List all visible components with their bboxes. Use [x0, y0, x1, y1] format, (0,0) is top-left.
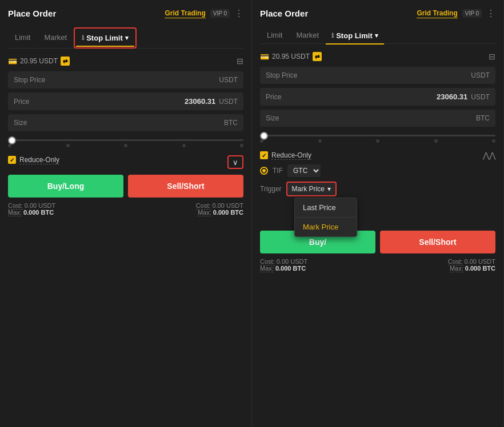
dots-icon-right[interactable]: ⋮ [486, 8, 495, 19]
reduce-only-row: ✓ Reduce-Only [8, 156, 59, 164]
tif-label: TIF [273, 167, 283, 175]
slider-dots-right [260, 139, 495, 143]
card-icon: 💳 [8, 57, 17, 66]
dropdown-arrow-icon: ▾ [125, 34, 129, 42]
trigger-select-box[interactable]: Mark Price ▾ [286, 182, 337, 196]
cost-row-right: Cost: 0.00 USDT Max: 0.000 BTC Cost: 0.0… [260, 258, 495, 272]
balance-row-right: 💳 20.95 USDT ⇄ ⊟ [260, 52, 495, 61]
max-label-sell: Max: [198, 209, 211, 216]
price-right: 23060.31 USDT [185, 97, 238, 106]
cost-value-buy-right: 0.00 USDT [277, 258, 307, 265]
tab-limit-right[interactable]: Limit [260, 27, 289, 43]
tabs-row: Limit Market ℹ Stop Limit ▾ [8, 27, 243, 49]
slider-dot-2 [124, 144, 127, 147]
tab-market-right[interactable]: Market [289, 27, 326, 43]
cost-value-buy: 0.00 USDT [25, 202, 55, 209]
max-value-buy-right: 0.000 BTC [275, 265, 306, 272]
sell-button[interactable]: Sell/Short [128, 175, 243, 198]
tabs-row-right: Limit Market ℹ Stop Limit ▾ [260, 27, 495, 44]
price-input[interactable]: Price 23060.31 USDT [8, 92, 243, 110]
tif-row: TIF GTC IOC FOK [260, 164, 495, 177]
price-value: 23060.31 [185, 97, 215, 106]
max-label-buy: Max: [8, 209, 22, 216]
slider-dots [8, 144, 243, 147]
buy-button[interactable]: Buy/Long [8, 175, 123, 198]
balance-value: 20.95 USDT [20, 57, 58, 65]
max-value-buy: 0.000 BTC [23, 209, 54, 216]
panel-header-right: Place Order Grid Trading VIP 0 ⋮ [260, 8, 495, 19]
place-order-title-right: Place Order [260, 9, 308, 18]
price-currency-right: USDT [471, 93, 490, 101]
card-icon-right: 💳 [260, 53, 269, 61]
stop-price-input[interactable]: Stop Price USDT [8, 71, 243, 88]
vip-badge-right: VIP 0 [462, 9, 482, 18]
action-buttons: Buy/Long Sell/Short [8, 175, 243, 198]
balance-value-right: 20.95 USDT [272, 53, 310, 61]
tab-stop-limit-wrapper: ℹ Stop Limit ▾ [74, 27, 137, 49]
slider-track-right [260, 135, 495, 136]
slider-dot-3 [182, 144, 186, 147]
dropdown-item-mark-price[interactable]: Mark Price [295, 217, 357, 236]
header-right: Grid Trading VIP 0 ⋮ [165, 8, 243, 19]
cost-buy-right: Cost: 0.00 USDT Max: 0.000 BTC [260, 258, 307, 272]
tab-limit[interactable]: Limit [8, 29, 37, 46]
info-icon-right: ℹ [331, 32, 334, 39]
tab-stop-limit-right[interactable]: ℹ Stop Limit ▾ [326, 27, 384, 44]
reduce-only-checkbox-right[interactable]: ✓ [260, 151, 268, 159]
price-label-right: Price [266, 93, 281, 101]
info-icon: ℹ [82, 34, 84, 42]
vip-badge: VIP 0 [210, 9, 230, 18]
sell-button-right[interactable]: Sell/Short [380, 231, 495, 253]
price-right-r: 23060.31 USDT [437, 92, 490, 101]
price-input-right[interactable]: Price 23060.31 USDT [260, 88, 495, 106]
transfer-icon[interactable]: ⇄ [61, 57, 70, 66]
collapse-up-btn[interactable]: ⋀⋀ [483, 151, 495, 160]
size-input-right[interactable]: Size BTC [260, 110, 495, 127]
cost-sell: Cost: 0.00 USDT Max: 0.000 BTC [196, 202, 243, 216]
tif-radio[interactable] [260, 167, 268, 175]
slider-thumb-right[interactable] [260, 132, 268, 140]
grid-trading-label-right[interactable]: Grid Trading [417, 9, 457, 18]
transfer-icon-right[interactable]: ⇄ [313, 52, 322, 61]
place-order-title: Place Order [8, 9, 56, 18]
calc-icon-right[interactable]: ⊟ [489, 52, 495, 61]
size-right: BTC [224, 119, 238, 127]
grid-trading-label[interactable]: Grid Trading [165, 9, 205, 18]
stop-price-right: USDT [219, 76, 238, 84]
price-value-right: 23060.31 [437, 92, 467, 101]
stop-price-input-right[interactable]: Stop Price USDT [260, 67, 495, 84]
dropdown-arrow-icon-right: ▾ [375, 32, 378, 39]
reduce-only-label-right: Reduce-Only [271, 151, 311, 160]
cost-row: Cost: 0.00 USDT Max: 0.000 BTC Cost: 0.0… [8, 202, 243, 216]
calc-icon[interactable]: ⊟ [237, 57, 243, 66]
chevron-down-icon: ∨ [233, 158, 238, 167]
dropdown-item-last-price[interactable]: Last Price [295, 198, 357, 217]
check-icon: ✓ [10, 157, 14, 163]
tab-market[interactable]: Market [37, 29, 74, 46]
reduce-only-checkbox[interactable]: ✓ [8, 156, 16, 164]
chevron-expand-btn[interactable]: ∨ [227, 155, 243, 169]
slider-dot-1 [66, 144, 70, 147]
slider-row-right[interactable] [260, 132, 495, 145]
tab-stop-limit[interactable]: ℹ Stop Limit ▾ [76, 30, 134, 46]
trigger-label: Trigger [260, 185, 282, 193]
slider-row[interactable] [8, 137, 243, 150]
stop-price-label-right: Stop Price [266, 71, 297, 79]
radio-inner [262, 169, 266, 172]
gtc-select[interactable]: GTC IOC FOK [287, 164, 321, 177]
header-right-r: Grid Trading VIP 0 ⋮ [417, 8, 495, 19]
check-icon-right: ✓ [262, 152, 266, 159]
slider-thumb[interactable] [8, 136, 16, 144]
max-label-sell-right: Max: [450, 265, 463, 272]
dots-icon[interactable]: ⋮ [234, 8, 243, 19]
size-label: Size [14, 119, 27, 127]
stop-price-label: Stop Price [14, 76, 45, 84]
stop-price-currency-right: USDT [471, 71, 490, 79]
size-input[interactable]: Size BTC [8, 114, 243, 131]
size-right-r: BTC [476, 114, 490, 122]
balance-left: 💳 20.95 USDT ⇄ [8, 57, 70, 66]
right-panel: Place Order Grid Trading VIP 0 ⋮ Limit M… [252, 0, 504, 427]
panel-header: Place Order Grid Trading VIP 0 ⋮ [8, 8, 243, 19]
stop-price-right-r: USDT [471, 71, 490, 79]
trigger-selected-value: Mark Price [292, 185, 325, 193]
